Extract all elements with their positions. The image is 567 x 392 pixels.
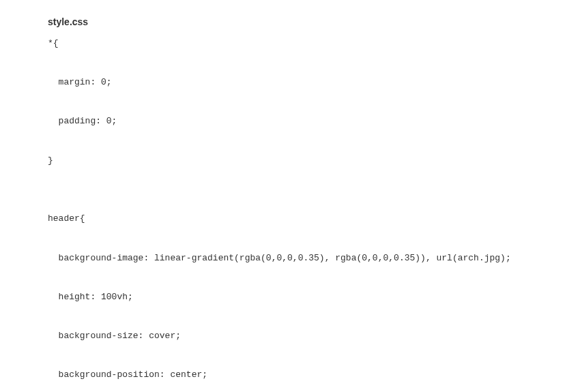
code-line: height: 100vh; (48, 288, 567, 307)
code-line: padding: 0; (48, 112, 567, 132)
code-line: background-size: cover; (48, 327, 567, 346)
code-line: background-image: linear-gradient(rgba(0… (48, 249, 567, 269)
code-line: margin: 0; (48, 73, 567, 93)
filename-heading: style.css (48, 16, 567, 27)
code-line: *{ (48, 34, 567, 54)
code-line: header{ (48, 209, 567, 229)
code-line: } (48, 151, 567, 171)
code-line: background-position: center; (48, 365, 567, 385)
code-block: *{ margin: 0; padding: 0; } header{ back… (48, 34, 567, 392)
